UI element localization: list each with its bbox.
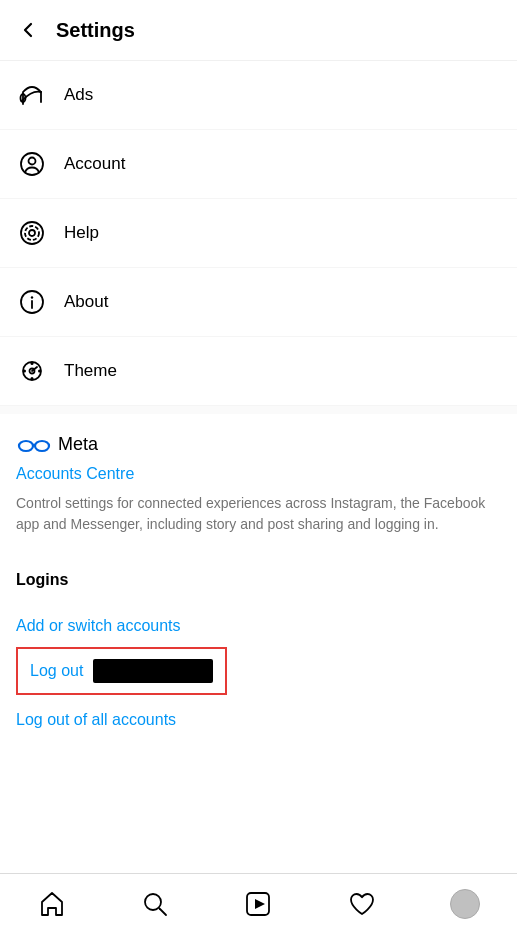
about-icon [16, 286, 48, 318]
svg-point-12 [23, 370, 26, 373]
nav-home[interactable] [27, 882, 77, 926]
svg-point-4 [25, 226, 39, 240]
about-label: About [64, 292, 108, 312]
logins-section: Logins Add or switch accounts Log out Lo… [0, 555, 517, 741]
svg-marker-20 [255, 899, 265, 909]
meta-description: Control settings for connected experienc… [16, 493, 501, 535]
svg-point-5 [29, 230, 35, 236]
theme-icon [16, 355, 48, 387]
svg-point-15 [19, 441, 33, 451]
bottom-nav [0, 873, 517, 933]
help-icon [16, 217, 48, 249]
logout-all-accounts-link[interactable]: Log out of all accounts [16, 703, 501, 741]
menu-item-theme[interactable]: Theme [0, 337, 517, 406]
search-icon [141, 890, 169, 918]
menu-item-help[interactable]: Help [0, 199, 517, 268]
page-title: Settings [56, 19, 135, 42]
home-icon [38, 890, 66, 918]
svg-point-17 [145, 894, 161, 910]
menu-item-ads[interactable]: Ads [0, 61, 517, 130]
svg-point-10 [31, 362, 34, 365]
nav-likes[interactable] [337, 882, 387, 926]
settings-menu: Ads Account Help [0, 61, 517, 406]
menu-item-account[interactable]: Account [0, 130, 517, 199]
heart-icon [348, 890, 376, 918]
accounts-centre-link[interactable]: Accounts Centre [16, 465, 501, 483]
profile-icon [450, 889, 480, 919]
ads-icon [16, 79, 48, 111]
svg-point-13 [38, 370, 41, 373]
meta-logo: Meta [16, 434, 501, 455]
menu-item-about[interactable]: About [0, 268, 517, 337]
logout-highlighted-row: Log out [16, 647, 227, 695]
svg-point-11 [31, 377, 34, 380]
svg-point-8 [31, 296, 33, 298]
meta-logo-text: Meta [58, 434, 98, 455]
add-switch-accounts-link[interactable]: Add or switch accounts [16, 605, 501, 647]
redacted-username [93, 659, 213, 683]
meta-logo-icon [16, 435, 52, 455]
ads-label: Ads [64, 85, 93, 105]
svg-line-18 [160, 908, 167, 915]
account-icon [16, 148, 48, 180]
back-button[interactable] [16, 14, 48, 46]
svg-point-2 [29, 158, 36, 165]
nav-profile[interactable] [440, 882, 490, 926]
section-divider [0, 406, 517, 414]
nav-reels[interactable] [233, 882, 283, 926]
help-label: Help [64, 223, 99, 243]
nav-search[interactable] [130, 882, 180, 926]
reels-icon [244, 890, 272, 918]
header: Settings [0, 0, 517, 61]
meta-section: Meta Accounts Centre Control settings fo… [0, 414, 517, 535]
svg-point-16 [35, 441, 49, 451]
account-label: Account [64, 154, 125, 174]
theme-label: Theme [64, 361, 117, 381]
logout-button[interactable]: Log out [30, 662, 83, 680]
logins-label: Logins [16, 571, 501, 589]
